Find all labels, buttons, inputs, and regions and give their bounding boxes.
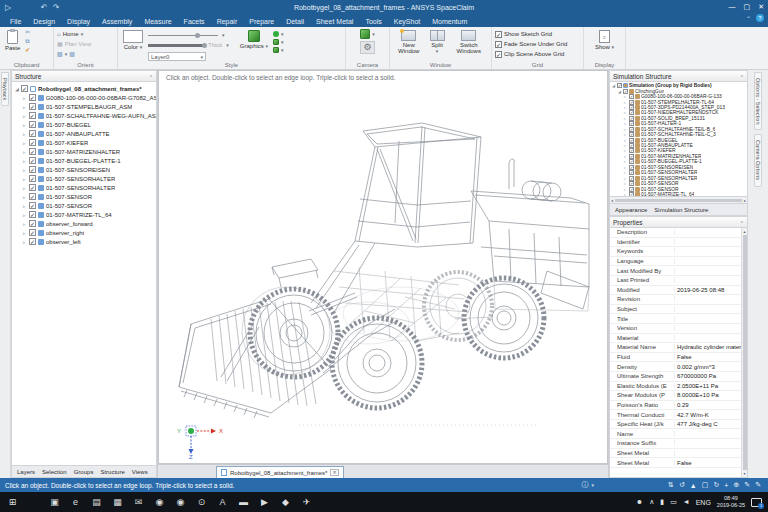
playback-tab[interactable]: Playback <box>1 72 9 106</box>
property-value[interactable]: False <box>675 460 741 466</box>
checkbox[interactable]: ✓ <box>629 159 634 164</box>
property-row[interactable]: ∨ Shear Modulus (P 8.0000E+10 Pa <box>610 391 741 401</box>
checkbox[interactable]: ✓ <box>629 138 634 143</box>
checkbox[interactable]: ✓ <box>629 176 634 181</box>
tray-icon[interactable]: ▭ <box>670 498 677 506</box>
taskbar-app-icon[interactable]: ✉ <box>133 495 144 509</box>
ribbon-tab[interactable]: Assembly <box>96 16 138 27</box>
checkbox[interactable]: ✓ <box>29 166 36 173</box>
checkbox[interactable]: ✓ <box>629 170 634 175</box>
checkbox[interactable]: ✓ <box>29 193 36 200</box>
taskbar-app-icon[interactable]: ◉ <box>154 495 165 509</box>
property-row[interactable]: ∨ Elastic Modulus (E 2.0500E+11 Pa <box>610 382 741 392</box>
orient-mini-buttons[interactable]: ▧▾▨ <box>57 49 75 58</box>
grid-checkbox-row[interactable]: ✓ Show Sketch Grid <box>495 29 552 39</box>
color-button[interactable]: Color ▾ <box>121 29 145 51</box>
ribbon-tab[interactable]: Sheet Metal <box>310 16 359 27</box>
checkbox[interactable]: ✓ <box>617 83 622 88</box>
scrollbar-thumb[interactable] <box>615 199 742 202</box>
taskbar-app-icon[interactable]: ◉ <box>175 495 186 509</box>
notification-center-icon[interactable]: 1 <box>751 498 762 507</box>
property-value[interactable]: False <box>675 354 741 360</box>
maximize-button[interactable]: ▢ <box>744 3 751 11</box>
taskbar-app-icon[interactable]: ▬ <box>238 495 249 509</box>
scroll-down-icon[interactable]: ▾ <box>743 471 745 476</box>
tree-item[interactable]: ▹ ✓ 01-507-SCHALTFAHNE-WEG-AUFN_ASM <box>12 111 156 120</box>
taskbar-app-icon[interactable]: ⊞ <box>7 495 18 509</box>
tree-item[interactable]: ▹ ✓ 01-507-BUEGEL <box>12 120 156 129</box>
property-row[interactable]: ∨ Instance Suffix <box>610 439 741 449</box>
pin-icon[interactable]: ⚬ <box>740 219 744 225</box>
scroll-right-icon[interactable]: ▸ <box>744 198 746 203</box>
line-style-slider[interactable]: ▾ <box>148 32 229 38</box>
tree-item[interactable]: ▹ ✓ observer_forward <box>12 219 156 228</box>
tree-item[interactable]: ▹ ✓ G0080-100-06-000-00-06BAR-G7082_ASM <box>12 93 156 102</box>
property-row[interactable]: ∨ Subject <box>610 305 741 315</box>
collapse-ribbon-icon[interactable]: ⌃ <box>746 15 751 22</box>
taskbar-app-icon[interactable]: ✈ <box>301 495 312 509</box>
checkbox[interactable]: ✓ <box>29 202 36 209</box>
ribbon-tab[interactable]: Tools <box>359 16 387 27</box>
property-value[interactable]: 42.7 W/m-K <box>675 412 741 418</box>
tree-item[interactable]: ▹ ✓ 01-507-SENSORHALTER <box>12 174 156 183</box>
language-indicator[interactable]: ENG <box>696 499 711 506</box>
tree-item[interactable]: ▹ ✓ 01-507-BUEGEL-PLATTE-1 <box>12 156 156 165</box>
vertical-scrollbar[interactable]: ▴ ▾ <box>741 228 747 477</box>
tree-item[interactable]: ▹ ✓ 01-507-STEMPELBAUGR_ASM <box>12 102 156 111</box>
taskbar-app-icon[interactable]: ⊙ <box>196 495 207 509</box>
status-tool-icon[interactable]: + <box>724 482 728 489</box>
layer-select[interactable]: Layer0▾ <box>148 52 206 61</box>
tree-item[interactable]: ▹ ✓ 01-507-SENSOREISEN <box>12 165 156 174</box>
property-value[interactable]: 477 J/kg-deg C <box>675 421 741 427</box>
tray-icon[interactable]: ☻ <box>636 498 643 506</box>
minimize-button[interactable]: — <box>729 3 736 11</box>
plan-view-button[interactable]: ▦Plan View <box>57 39 91 48</box>
orientation-triad[interactable]: X Y Z <box>171 419 231 459</box>
checkbox[interactable]: ✓ <box>623 89 628 94</box>
horizontal-scrollbar[interactable]: ◂ ▸ <box>609 197 748 204</box>
tree-item[interactable]: ▹ ✓ 01-507-SENSORHALTER <box>12 183 156 192</box>
property-row[interactable]: ∨ Description <box>610 228 741 238</box>
property-row[interactable]: ∨ Version <box>610 324 741 334</box>
checkbox[interactable]: ✓ <box>629 181 634 186</box>
panel-tab[interactable]: Appearance <box>612 206 650 215</box>
checkbox[interactable]: ✓ <box>29 157 36 164</box>
property-row[interactable]: ∨ Modified 2019-06-25 08:48 <box>610 286 741 296</box>
checkbox[interactable]: ✓ <box>29 211 36 218</box>
switch-windows-button[interactable]: Switch Windows <box>450 29 488 56</box>
checkbox[interactable]: ✓ <box>629 187 634 192</box>
checkbox[interactable]: ✓ <box>21 85 28 92</box>
property-row[interactable]: ∨ Specific Heat (J/k 477 J/kg-deg C <box>610 420 741 430</box>
render-cube-option[interactable]: ▾ <box>273 39 284 45</box>
ribbon-tab[interactable]: Design <box>27 16 61 27</box>
checkbox[interactable]: ✓ <box>495 41 502 48</box>
panel-tab[interactable]: Simulation Structure <box>651 206 711 215</box>
help-icon[interactable]: ? <box>756 14 764 22</box>
panel-tab[interactable]: Layers <box>14 468 38 477</box>
checkbox[interactable]: ✓ <box>629 132 634 137</box>
checkbox[interactable]: ✓ <box>29 112 36 119</box>
property-row[interactable]: ∨ Last Printed <box>610 276 741 286</box>
tray-icon[interactable]: ◄ <box>683 498 690 506</box>
tree-item[interactable]: ▹ ✓ 01-507-KIEFER <box>12 138 156 147</box>
tree-item[interactable]: ▹ ✓ observer_right <box>12 228 156 237</box>
scroll-left-icon[interactable]: ◂ <box>611 198 613 203</box>
property-row[interactable]: ∨ Keywords <box>610 247 741 257</box>
tree-item[interactable]: ▹ ✓ 01-507-MATRIZENHALTER <box>12 147 156 156</box>
taskbar-app-icon[interactable]: A <box>217 495 228 509</box>
checkbox[interactable]: ✓ <box>629 148 634 153</box>
checkbox[interactable]: ✓ <box>29 148 36 155</box>
quick-access-icon[interactable]: ↷ <box>52 2 60 12</box>
checkbox[interactable]: ✓ <box>629 165 634 170</box>
copy-icon[interactable]: ⧉ <box>25 38 30 45</box>
tree-item[interactable]: ▹ ✓ 01-507-MATRIZE-TL_64 <box>12 210 156 219</box>
checkbox[interactable]: ✓ <box>29 184 36 191</box>
checkbox[interactable]: ✓ <box>29 175 36 182</box>
taskbar-app-icon[interactable]: ▦ <box>112 495 123 509</box>
camera-options-tab[interactable]: Camera Options <box>754 134 762 186</box>
camera-settings-gear-icon[interactable]: ⚙ <box>360 41 374 54</box>
pin-icon[interactable]: ⚬ <box>740 73 744 79</box>
property-row[interactable]: ∨ Identifier <box>610 238 741 248</box>
format-painter-icon[interactable]: ✔ <box>25 47 30 54</box>
quick-access-icon[interactable]: ▷ <box>4 2 12 12</box>
